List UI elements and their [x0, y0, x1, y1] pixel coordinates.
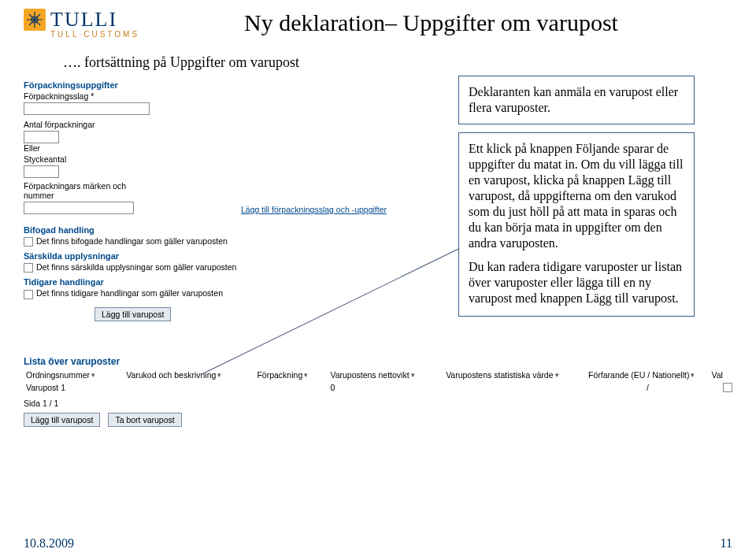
- section-sarskilda: Särskilda upplysningar: [24, 251, 449, 261]
- section-forpack: Förpackningsuppgifter: [24, 80, 449, 90]
- chevron-down-icon: ▾: [691, 371, 695, 379]
- page-title: Ny deklaration– Uppgifter om varupost: [244, 9, 618, 36]
- logo-text: TULLI: [50, 8, 117, 32]
- tulli-logo: TULLI TULL·CUSTOMS: [24, 8, 158, 39]
- list-header-row: Ordningsnummer▾ Varukod och beskrivning▾…: [24, 370, 732, 380]
- input-marken[interactable]: [24, 202, 134, 214]
- section-tidigare: Tidigare handlingar: [24, 277, 449, 287]
- cell-netto: 0: [328, 383, 443, 394]
- footer-page: 11: [721, 536, 732, 551]
- footer-date: 10.8.2009: [24, 536, 74, 551]
- page-indicator: Sida 1 / 1: [24, 399, 58, 408]
- cell-varukod: [124, 383, 254, 394]
- logo-subtitle: TULL·CUSTOMS: [50, 30, 158, 39]
- list-section: Lista över varuposter Ordningsnummer▾ Va…: [24, 356, 732, 427]
- list-remove-button[interactable]: Ta bort varupost: [108, 413, 181, 427]
- section-bifogad: Bifogad handling: [24, 225, 449, 235]
- label-eller: Eller: [24, 143, 449, 153]
- check-bifogad-label: Det finns bifogade handlingar som gäller…: [36, 236, 228, 246]
- input-stycke[interactable]: [24, 165, 59, 178]
- input-forpackslag[interactable]: [24, 102, 150, 115]
- info-column: Deklaranten kan anmäla en varupost eller…: [458, 76, 695, 325]
- logo-icon: [24, 9, 46, 31]
- checkbox-bifogad[interactable]: [24, 237, 33, 247]
- label-stycke: Styckeantal: [24, 154, 449, 164]
- checkbox-tidigare[interactable]: [24, 290, 33, 299]
- label-marken: Förpackningars märken och nummer: [24, 181, 142, 200]
- checkbox-select-row[interactable]: [723, 383, 732, 392]
- col-varukod[interactable]: Varukod och beskrivning▾: [124, 370, 254, 380]
- link-add-forpack[interactable]: Lägg till förpackningsslag och -uppgifte…: [241, 205, 387, 214]
- col-forp[interactable]: Förpackning▾: [254, 370, 328, 380]
- col-val: Val: [710, 370, 732, 380]
- table-row: Varupost 1 0 /: [24, 383, 732, 394]
- cell-forp: [254, 383, 328, 394]
- check-tidigare-label: Det finns tidigare handlingar som gäller…: [36, 288, 223, 298]
- label-antal: Antal förpackningar: [24, 120, 449, 129]
- chevron-down-icon: ▾: [91, 371, 95, 379]
- label-forpackslag: Förpackningsslag *: [24, 91, 449, 101]
- list-add-button[interactable]: Lägg till varupost: [24, 413, 100, 427]
- col-stat[interactable]: Varupostens statistiska värde▾: [443, 370, 586, 380]
- chevron-down-icon: ▾: [555, 371, 559, 379]
- col-forf[interactable]: Förfarande (EU / Nationellt)▾: [586, 370, 709, 380]
- cell-forf: /: [586, 383, 710, 394]
- cell-ord: Varupost 1: [24, 383, 124, 394]
- info-box-2-p1: Ett klick på knappen Följande sparar de …: [469, 142, 683, 250]
- info-box-2-p2: Du kan radera tidigare varuposter ur lis…: [469, 260, 682, 305]
- col-ord[interactable]: Ordningsnummer▾: [24, 370, 124, 380]
- chevron-down-icon: ▾: [217, 371, 221, 379]
- cell-stat: [443, 383, 586, 394]
- check-sarskilda-label: Det finns särskilda upplysningar som gäl…: [36, 262, 236, 272]
- info-box-2: Ett klick på knappen Följande sparar de …: [458, 132, 695, 317]
- list-title: Lista över varuposter: [24, 356, 732, 367]
- continuation-text: …. fortsättning på Uppgifter om varupost: [63, 54, 732, 71]
- chevron-down-icon: ▾: [411, 371, 415, 379]
- add-varupost-button[interactable]: Lägg till varupost: [94, 307, 171, 321]
- col-netto[interactable]: Varupostens nettovikt▾: [328, 370, 443, 380]
- chevron-down-icon: ▾: [304, 371, 308, 379]
- checkbox-sarskilda[interactable]: [24, 263, 33, 273]
- input-antal[interactable]: [24, 131, 59, 143]
- info-box-1: Deklaranten kan anmäla en varupost eller…: [458, 76, 695, 124]
